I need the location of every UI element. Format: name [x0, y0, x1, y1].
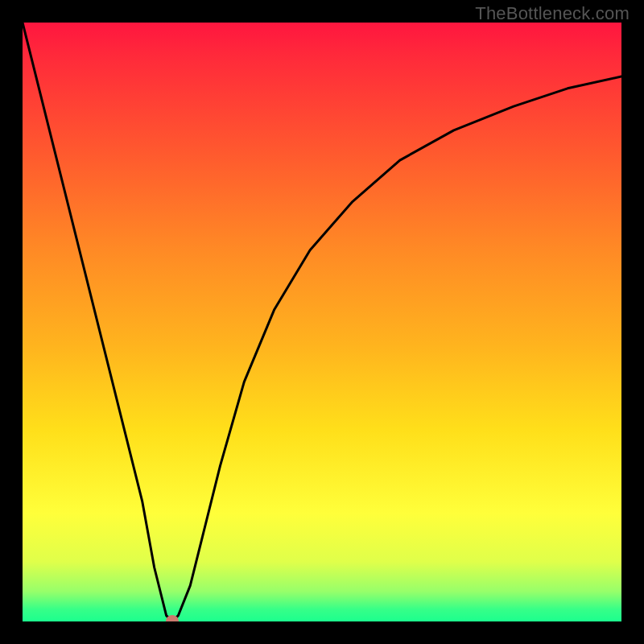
- bottleneck-curve: [23, 23, 621, 621]
- watermark-text: TheBottleneck.com: [475, 3, 630, 24]
- plot-area: [23, 23, 621, 621]
- chart-frame: TheBottleneck.com: [0, 0, 644, 644]
